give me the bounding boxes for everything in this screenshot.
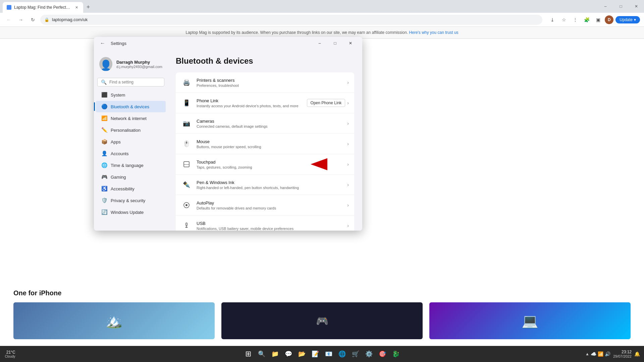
user-avatar-icon: 👤 (99, 57, 112, 71)
settings-minimize-button[interactable]: – (312, 37, 327, 50)
phone-link-title: Phone Link (197, 98, 307, 103)
article-card-1: 🏔️ (13, 302, 215, 339)
tab-close-button[interactable]: ✕ (74, 5, 79, 10)
system-icon: ⬛ (101, 92, 107, 98)
system-tray-volume-icon: 🔊 (605, 351, 610, 357)
taskbar-mail-button[interactable]: 📧 (323, 348, 335, 360)
sidebar-item-label-time: Time & language (111, 163, 144, 168)
settings-maximize-button[interactable]: □ (327, 37, 343, 50)
settings-main-content: Bluetooth & devices 🖨️ Printers & scanne… (168, 50, 362, 231)
address-bar[interactable]: 🔒 laptopmag.com/uk (40, 15, 542, 25)
touchpad-icon (181, 159, 192, 170)
taskbar-files-button[interactable]: 📂 (296, 348, 308, 360)
active-tab[interactable]: Laptop Mag: Find the Perfect La... ✕ (3, 2, 83, 13)
settings-item-printers[interactable]: 🖨️ Printers & scanners Preferences, trou… (176, 72, 354, 93)
taskbar-av-button[interactable]: 🐉 (390, 348, 402, 360)
weather-widget[interactable]: 21°C Cloudy (4, 348, 16, 360)
sidebar-item-accounts[interactable]: 👤 Accounts (96, 148, 166, 159)
notification-button[interactable]: 🔔 (634, 351, 640, 357)
sidebar-item-label-personalisation: Personalisation (111, 128, 141, 133)
sidebar-item-privacy[interactable]: 🛡️ Privacy & security (96, 195, 166, 206)
settings-window-title: Settings (111, 41, 126, 46)
taskbar-widgets-button[interactable]: 📁 (269, 348, 281, 360)
sidebar-button[interactable]: ▣ (593, 15, 603, 24)
taskbar-store-button[interactable]: 🛒 (350, 348, 362, 360)
settings-item-usb[interactable]: USB Notifications, USB battery saver, mo… (176, 216, 354, 231)
settings-back-button[interactable]: ← (100, 40, 105, 46)
sidebar-item-label-system: System (111, 93, 125, 98)
extensions-button[interactable]: 🧩 (582, 15, 591, 24)
sidebar-item-gaming[interactable]: 🎮 Gaming (96, 171, 166, 183)
taskbar-chrome-button[interactable]: 🌐 (336, 348, 348, 360)
article-card-2: 🎮 (221, 302, 423, 339)
settings-item-cameras[interactable]: 📷 Cameras Connected cameras, default ima… (176, 113, 354, 134)
sidebar-item-label-accessibility: Accessibility (111, 186, 135, 191)
privacy-icon: 🛡️ (101, 197, 107, 203)
cameras-icon: 📷 (181, 118, 192, 129)
open-phone-link-button[interactable]: Open Phone Link (307, 99, 345, 107)
sidebar-item-personalisation[interactable]: ✏️ Personalisation (96, 124, 166, 136)
network-icon: 📶 (101, 115, 107, 121)
autoplay-chevron-icon: › (347, 202, 349, 208)
settings-close-button[interactable]: ✕ (343, 37, 358, 50)
minimize-button[interactable]: – (598, 0, 613, 13)
new-tab-button[interactable]: + (83, 2, 93, 12)
settings-sidebar: 👤 Darragh Murphy d.j.murphy2493@gmail.co… (94, 50, 168, 231)
browser-menu-button[interactable]: ⋮ (571, 15, 580, 24)
clock[interactable]: 23:12 29/07/2022 (613, 350, 632, 358)
mouse-title: Mouse (197, 139, 347, 144)
sidebar-item-label-network: Network & internet (111, 116, 147, 121)
taskbar: 21°C Cloudy ⊞ 🔍 📁 💬 📂 📝 📧 🌐 🛒 ⚙️ 🎯 🐉 ▲ ☁… (0, 346, 644, 362)
save-page-button[interactable]: ⤓ (548, 15, 557, 24)
apps-icon: 📦 (101, 139, 107, 145)
taskbar-steam-button[interactable]: 🎯 (376, 348, 388, 360)
refresh-button[interactable]: ↻ (28, 15, 38, 24)
system-tray-cloud-icon: ☁️ (591, 351, 596, 357)
sidebar-item-system[interactable]: ⬛ System (96, 89, 166, 101)
settings-item-pen[interactable]: ✒️ Pen & Windows Ink Right-handed or lef… (176, 175, 354, 195)
settings-item-mouse[interactable]: 🖱️ Mouse Buttons, mouse pointer speed, s… (176, 134, 354, 154)
start-button[interactable]: ⊞ (242, 348, 254, 360)
sidebar-item-label-apps: Apps (111, 139, 121, 144)
printers-chevron-icon: › (347, 80, 349, 85)
usb-chevron-icon: › (347, 223, 349, 228)
sidebar-item-windows-update[interactable]: 🔄 Windows Update (96, 206, 166, 218)
clock-time: 23:12 (622, 350, 632, 354)
settings-search-box[interactable]: 🔍 (97, 78, 164, 86)
phone-link-chevron-icon: › (347, 100, 349, 106)
taskbar-notepad-button[interactable]: 📝 (309, 348, 321, 360)
taskbar-settings-button[interactable]: ⚙️ (363, 348, 375, 360)
settings-search-input[interactable] (109, 80, 161, 84)
sidebar-item-network[interactable]: 📶 Network & internet (96, 113, 166, 124)
sidebar-item-accessibility[interactable]: ♿ Accessibility (96, 183, 166, 194)
bookmark-button[interactable]: ☆ (559, 15, 569, 24)
sidebar-item-bluetooth[interactable]: 🔵 Bluetooth & devices (96, 101, 166, 112)
update-button[interactable]: Update ▾ (615, 16, 640, 23)
sidebar-item-time[interactable]: 🌐 Time & language (96, 160, 166, 171)
phone-link-icon: 📱 (181, 98, 192, 108)
settings-item-phone-link[interactable]: 📱 Phone Link Instantly access your Andro… (176, 93, 354, 113)
cameras-title: Cameras (197, 119, 347, 124)
mouse-desc: Buttons, mouse pointer speed, scrolling (197, 145, 347, 149)
profile-avatar[interactable]: D (605, 15, 613, 24)
maximize-button[interactable]: □ (613, 0, 629, 13)
sidebar-item-apps[interactable]: 📦 Apps (96, 136, 166, 147)
forward-button[interactable]: → (16, 15, 25, 24)
printers-icon: 🖨️ (181, 77, 192, 88)
close-button[interactable]: ✕ (629, 0, 644, 13)
taskbar-search-button[interactable]: 🔍 (256, 348, 268, 360)
taskbar-chat-button[interactable]: 💬 (282, 348, 294, 360)
svg-rect-0 (184, 162, 189, 167)
address-text: laptopmag.com/uk (52, 17, 538, 22)
user-profile[interactable]: 👤 Darragh Murphy d.j.murphy2493@gmail.co… (94, 53, 168, 75)
sidebar-item-label-privacy: Privacy & security (111, 198, 145, 203)
settings-window: ← Settings – □ ✕ 👤 Darragh Murphy (94, 37, 362, 231)
settings-item-touchpad[interactable]: Touchpad Taps, gestures, scrolling, zoom… (176, 154, 354, 175)
autoplay-icon (181, 200, 192, 210)
pen-icon: ✒️ (181, 179, 192, 190)
cameras-chevron-icon: › (347, 121, 349, 126)
trust-link[interactable]: Here's why you can trust us (409, 30, 459, 35)
settings-item-autoplay[interactable]: AutoPlay Defaults for removable drives a… (176, 195, 354, 216)
back-button[interactable]: ← (4, 15, 13, 24)
accessibility-icon: ♿ (101, 186, 107, 192)
